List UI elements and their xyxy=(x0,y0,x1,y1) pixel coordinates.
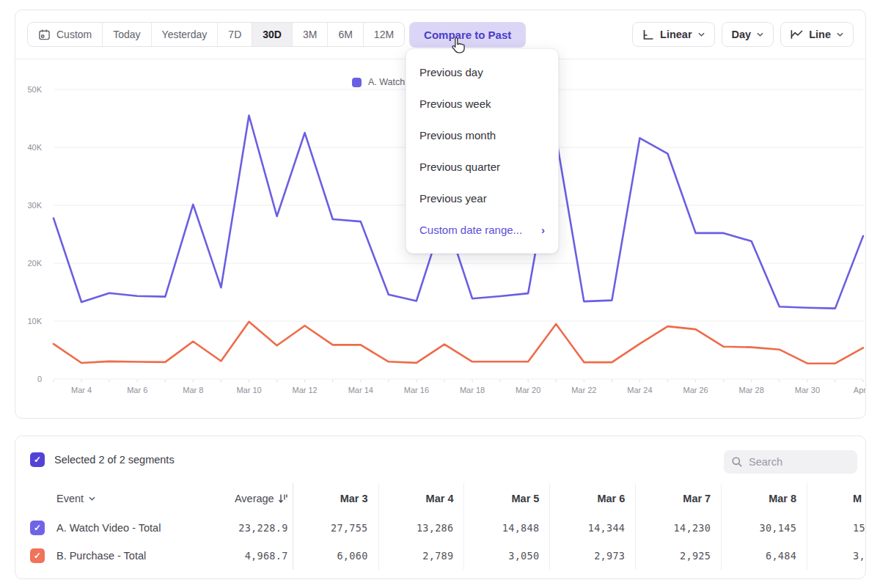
x-tick-label: Mar 14 xyxy=(348,386,373,394)
search-icon xyxy=(731,456,743,468)
compare-to-past-menu: Previous day Previous week Previous mont… xyxy=(406,48,559,254)
series-b-average: 4,968.7 xyxy=(210,542,293,570)
table-cell-clipped: 15, xyxy=(807,514,866,542)
segments-table: Event Average Mar 3 Mar 4 Mar 5 Mar 6 Ma… xyxy=(15,483,866,570)
date-column-header[interactable]: Mar 4 xyxy=(379,483,465,514)
x-tick-label: Mar 26 xyxy=(683,386,708,394)
granularity-dropdown-button[interactable]: Day xyxy=(722,22,774,47)
line-chart-icon xyxy=(791,29,803,40)
range-button-yesterday[interactable]: Yesterday xyxy=(151,23,218,46)
date-column-header[interactable]: Mar 5 xyxy=(464,483,550,514)
series-b-label[interactable]: B. Purchase - Total xyxy=(51,550,210,562)
date-column-header-clipped[interactable]: M xyxy=(807,483,866,514)
date-column-header[interactable]: Mar 7 xyxy=(636,483,722,514)
table-header-row: Event Average Mar 3 Mar 4 Mar 5 Mar 6 Ma… xyxy=(15,483,866,514)
segments-selected-text: Selected 2 of 2 segments xyxy=(54,454,175,466)
date-range-segmented-control: Custom Today Yesterday 7D 30D 3M 6M 12M xyxy=(27,22,405,47)
range-button-label: Custom xyxy=(56,29,92,40)
menu-item-previous-year[interactable]: Previous year xyxy=(406,183,558,214)
x-tick-label: Mar 10 xyxy=(236,386,261,394)
calendar-icon xyxy=(38,29,51,41)
chevron-down-icon xyxy=(89,496,95,501)
chevron-down-icon xyxy=(757,32,763,37)
date-column-header[interactable]: Mar 3 xyxy=(293,483,379,514)
range-button-12m[interactable]: 12M xyxy=(363,23,404,46)
range-button-6m[interactable]: 6M xyxy=(327,23,362,46)
x-tick-label: Mar 30 xyxy=(795,386,820,394)
series-b-checkbox[interactable]: ✓ xyxy=(30,548,45,563)
table-cell: 14,848 xyxy=(464,514,550,542)
menu-item-previous-day[interactable]: Previous day xyxy=(406,56,558,88)
table-cell: 13,286 xyxy=(379,514,465,542)
range-button-3m[interactable]: 3M xyxy=(292,23,327,46)
table-cell: 2,925 xyxy=(636,542,722,570)
chart-type-dropdown-button[interactable]: Line xyxy=(780,22,854,47)
x-tick-label: Mar 20 xyxy=(516,386,540,394)
table-cell: 14,344 xyxy=(550,514,636,542)
sort-descending-icon xyxy=(278,493,288,504)
table-cell: 6,484 xyxy=(722,542,807,570)
y-tick-label: 10K xyxy=(27,317,42,326)
series-a-average: 23,228.9 xyxy=(210,514,293,542)
y-tick-label: 0 xyxy=(37,375,42,383)
y-tick-label: 40K xyxy=(27,143,42,152)
series-line-1[interactable] xyxy=(54,322,863,364)
x-tick-label: Mar 22 xyxy=(571,386,596,394)
range-button-today[interactable]: Today xyxy=(102,23,150,46)
series-a-label[interactable]: A. Watch Video - Total xyxy=(51,522,210,534)
table-cell: 27,755 xyxy=(293,514,379,542)
table-cell: 6,060 xyxy=(293,542,379,570)
x-tick-label: Mar 6 xyxy=(127,386,147,394)
scale-dropdown-button[interactable]: Linear xyxy=(632,22,715,47)
table-cell-clipped: 3, xyxy=(807,542,866,570)
x-tick-label: Apr 1 xyxy=(854,386,865,394)
table-row: ✓ B. Purchase - Total 4,968.7 6,060 2,78… xyxy=(15,542,866,570)
x-tick-label: Mar 16 xyxy=(404,386,429,394)
x-tick-label: Mar 8 xyxy=(183,386,203,394)
x-tick-label: Mar 4 xyxy=(71,386,92,394)
table-row: ✓ A. Watch Video - Total 23,228.9 27,755… xyxy=(15,514,866,542)
date-column-header[interactable]: Mar 6 xyxy=(550,483,636,514)
event-column-header[interactable]: Event xyxy=(51,493,210,504)
series-a-swatch xyxy=(352,78,362,87)
search-input[interactable] xyxy=(749,456,844,468)
compare-to-past-button[interactable]: Compare to Past xyxy=(409,22,526,48)
table-cell: 14,230 xyxy=(636,514,722,542)
x-tick-label: Mar 28 xyxy=(739,386,764,394)
average-column-header[interactable]: Average xyxy=(210,483,293,514)
x-tick-label: Mar 12 xyxy=(292,386,317,394)
select-all-checkbox[interactable]: ✓ xyxy=(30,452,45,467)
range-button-30d[interactable]: 30D xyxy=(252,23,292,46)
segments-search-box[interactable] xyxy=(724,450,857,474)
chevron-right-icon: › xyxy=(541,224,545,235)
table-cell: 3,050 xyxy=(464,542,550,570)
segments-card: ✓ Selected 2 of 2 segments Event Average xyxy=(15,436,866,579)
menu-item-custom-date-range[interactable]: Custom date range... › xyxy=(406,214,558,246)
series-a-checkbox[interactable]: ✓ xyxy=(30,521,45,535)
x-tick-label: Mar 24 xyxy=(627,386,652,394)
date-column-header[interactable]: Mar 8 xyxy=(722,483,807,514)
y-tick-label: 30K xyxy=(27,201,42,210)
range-button-custom[interactable]: Custom xyxy=(28,23,102,46)
table-cell: 2,789 xyxy=(379,542,465,570)
linear-axis-icon xyxy=(642,29,654,40)
chart-display-controls: Linear Day Line xyxy=(632,22,854,47)
table-cell: 30,145 xyxy=(722,514,807,542)
chevron-down-icon xyxy=(837,32,843,37)
menu-item-previous-quarter[interactable]: Previous quarter xyxy=(406,151,558,183)
menu-item-previous-month[interactable]: Previous month xyxy=(406,120,558,151)
segments-header: ✓ Selected 2 of 2 segments xyxy=(15,436,865,483)
range-button-7d[interactable]: 7D xyxy=(217,23,252,46)
table-cell: 2,973 xyxy=(550,542,636,570)
x-tick-label: Mar 18 xyxy=(460,386,485,394)
y-tick-label: 50K xyxy=(27,85,42,94)
chevron-down-icon xyxy=(698,32,705,37)
y-tick-label: 20K xyxy=(27,259,42,268)
menu-item-previous-week[interactable]: Previous week xyxy=(406,88,558,120)
